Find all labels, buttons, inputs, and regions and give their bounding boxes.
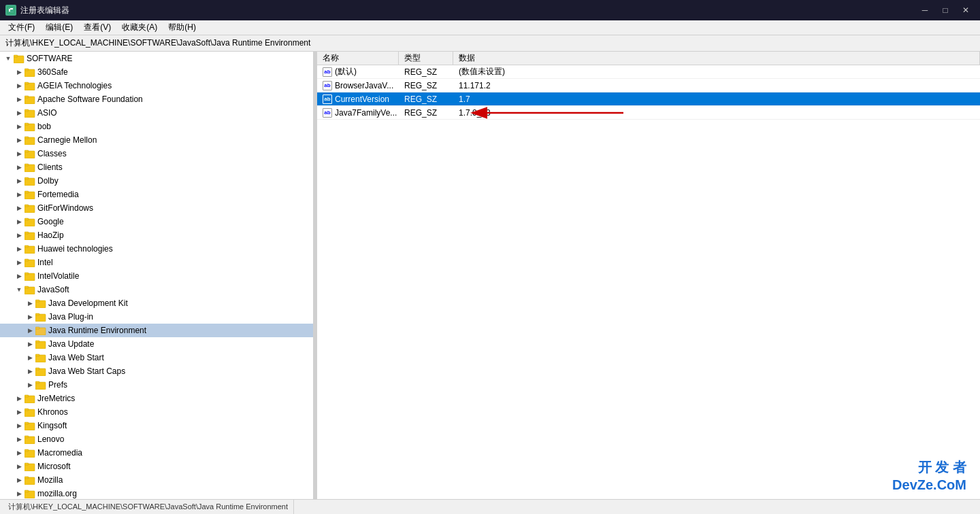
- tree-item[interactable]: ▶ Java Development Kit: [0, 296, 313, 310]
- tree-toggle-icon[interactable]: ▶: [14, 162, 24, 173]
- minimize-button[interactable]: ─: [916, 4, 934, 16]
- tree-panel[interactable]: ▼ SOFTWARE▶ 360Safe▶ AGEIA Technologies▶…: [0, 52, 314, 499]
- svg-rect-38: [24, 286, 29, 288]
- tree-toggle-icon[interactable]: ▶: [14, 393, 24, 404]
- tree-toggle-icon[interactable]: ▶: [24, 339, 35, 349]
- tree-toggle-icon[interactable]: ▶: [14, 107, 24, 118]
- tree-item[interactable]: ▶ Apache Software Foundation: [0, 92, 313, 106]
- tree-item-label: Java Update: [46, 339, 94, 349]
- values-panel[interactable]: 名称 类型 数据 ab(默认)REG_SZ(数值未设置)abBrowserJav…: [317, 52, 980, 499]
- tree-item[interactable]: ▶ Classes: [0, 147, 313, 160]
- tree-item[interactable]: ▶ mozilla.org: [0, 487, 313, 499]
- tree-item[interactable]: ▶ Google: [0, 215, 313, 228]
- close-button[interactable]: ✕: [957, 4, 975, 16]
- tree-toggle-icon[interactable]: ▶: [14, 488, 24, 499]
- tree-item[interactable]: ▶ Java Plug-in: [0, 310, 313, 324]
- tree-item[interactable]: ▶ ASIO: [0, 106, 313, 120]
- tree-item[interactable]: ▶ Microsoft: [0, 460, 313, 473]
- tree-toggle-icon[interactable]: ▶: [14, 121, 24, 132]
- tree-toggle-icon[interactable]: ▶: [24, 298, 35, 309]
- menu-item[interactable]: 查看(V): [78, 20, 116, 35]
- tree-toggle-icon[interactable]: ▶: [14, 175, 24, 186]
- tree-toggle-icon[interactable]: ▶: [14, 216, 24, 227]
- status-bar: 计算机\HKEY_LOCAL_MACHINE\SOFTWARE\JavaSoft…: [0, 499, 980, 514]
- maximize-button[interactable]: □: [936, 4, 954, 16]
- tree-item[interactable]: ▶ IntelVolatile: [0, 269, 313, 283]
- menu-item[interactable]: 帮助(H): [163, 20, 201, 35]
- tree-item[interactable]: ▶ Fortemedia: [0, 188, 313, 201]
- tree-item[interactable]: ▶ Mozilla: [0, 473, 313, 487]
- tree-toggle-icon[interactable]: ▶: [24, 325, 35, 336]
- tree-item[interactable]: ▶ Intel: [0, 256, 313, 269]
- tree-toggle-icon[interactable]: ▶: [14, 80, 24, 91]
- tree-item[interactable]: ▶ Carnegie Mellon: [0, 133, 313, 147]
- menu-bar: 文件(F)编辑(E)查看(V)收藏夹(A)帮助(H): [0, 20, 980, 35]
- tree-toggle-icon[interactable]: ▶: [14, 189, 24, 200]
- tree-toggle-icon[interactable]: ▶: [14, 203, 24, 213]
- folder-icon: [24, 475, 35, 485]
- tree-item[interactable]: ▶ Java Runtime Environment: [0, 324, 313, 337]
- tree-toggle-icon[interactable]: ▶: [14, 461, 24, 472]
- value-name-cell: ab(默认): [317, 65, 399, 79]
- col-header-name: 名称: [317, 52, 399, 65]
- tree-item[interactable]: ▶ Dolby: [0, 174, 313, 188]
- tree-toggle-icon[interactable]: ▶: [24, 311, 35, 322]
- app-window: 注册表编辑器 ─ □ ✕ 文件(F)编辑(E)查看(V)收藏夹(A)帮助(H) …: [0, 0, 980, 514]
- value-type-cell: REG_SZ: [399, 107, 453, 119]
- value-row[interactable]: abJava7FamilyVe...REG_SZ1.7.0_13: [317, 106, 980, 120]
- tree-item[interactable]: ▶ bob: [0, 120, 313, 133]
- value-row[interactable]: ab(默认)REG_SZ(数值未设置): [317, 65, 980, 79]
- tree-toggle-icon[interactable]: ▶: [14, 243, 24, 254]
- tree-item[interactable]: ▶ JreMetrics: [0, 392, 313, 405]
- tree-item[interactable]: ▶ Lenovo: [0, 432, 313, 446]
- tree-toggle-icon[interactable]: ▶: [24, 352, 35, 363]
- folder-icon: [35, 298, 46, 309]
- tree-item[interactable]: ▼ JavaSoft: [0, 283, 313, 296]
- tree-toggle-icon[interactable]: ▶: [14, 257, 24, 268]
- tree-item[interactable]: ▶ Kingsoft: [0, 419, 313, 432]
- tree-item[interactable]: ▶ Huawei technologies: [0, 242, 313, 256]
- tree-toggle-icon[interactable]: ▶: [14, 447, 24, 458]
- tree-toggle-icon[interactable]: ▶: [14, 475, 24, 485]
- tree-item[interactable]: ▶ Java Update: [0, 337, 313, 351]
- tree-toggle-icon[interactable]: ▶: [14, 67, 24, 78]
- tree-toggle-icon[interactable]: ▶: [24, 379, 35, 390]
- tree-toggle-icon[interactable]: ▶: [14, 94, 24, 105]
- col-header-type: 类型: [399, 52, 453, 65]
- value-name-text: BrowserJavaV...: [335, 81, 393, 90]
- tree-toggle-icon[interactable]: ▼: [14, 284, 24, 295]
- tree-toggle-icon[interactable]: ▶: [14, 135, 24, 145]
- tree-toggle-icon[interactable]: ▶: [14, 271, 24, 281]
- tree-item[interactable]: ▶ GitForWindows: [0, 201, 313, 215]
- tree-toggle-icon[interactable]: ▶: [14, 434, 24, 445]
- folder-icon: [24, 67, 35, 78]
- tree-item[interactable]: ▶ Java Web Start Caps: [0, 364, 313, 378]
- tree-toggle-icon[interactable]: ▶: [14, 420, 24, 431]
- value-row[interactable]: abBrowserJavaV...REG_SZ11.171.2: [317, 79, 980, 92]
- value-name-cell: abBrowserJavaV...: [317, 80, 399, 92]
- tree-toggle-icon[interactable]: ▶: [14, 230, 24, 241]
- tree-toggle-icon[interactable]: ▶: [24, 366, 35, 377]
- tree-item[interactable]: ▶ Khronos: [0, 405, 313, 419]
- menu-item[interactable]: 文件(F): [3, 20, 40, 35]
- menu-item[interactable]: 编辑(E): [40, 20, 78, 35]
- tree-item[interactable]: ▶ Prefs: [0, 378, 313, 392]
- tree-item[interactable]: ▶ Clients: [0, 160, 313, 174]
- tree-item[interactable]: ▶ HaoZip: [0, 228, 313, 242]
- svg-rect-34: [24, 259, 29, 261]
- tree-item[interactable]: ▶ Macromedia: [0, 446, 313, 460]
- tree-item[interactable]: ▶ 360Safe: [0, 65, 313, 79]
- tree-item[interactable]: ▼ SOFTWARE: [0, 52, 313, 65]
- tree-toggle-icon[interactable]: ▼: [3, 53, 14, 64]
- tree-item[interactable]: ▶ Java Web Start: [0, 351, 313, 364]
- tree-item[interactable]: ▶ AGEIA Technologies: [0, 79, 313, 92]
- menu-item[interactable]: 收藏夹(A): [116, 20, 163, 35]
- folder-icon: [24, 420, 35, 431]
- tree-toggle-icon[interactable]: ▶: [14, 407, 24, 417]
- value-data-cell: 11.171.2: [453, 80, 980, 92]
- svg-rect-26: [24, 205, 29, 207]
- value-row[interactable]: abCurrentVersionREG_SZ1.7: [317, 92, 980, 106]
- tree-toggle-icon[interactable]: ▶: [14, 148, 24, 159]
- main-content: ▼ SOFTWARE▶ 360Safe▶ AGEIA Technologies▶…: [0, 52, 980, 499]
- folder-icon: [24, 407, 35, 417]
